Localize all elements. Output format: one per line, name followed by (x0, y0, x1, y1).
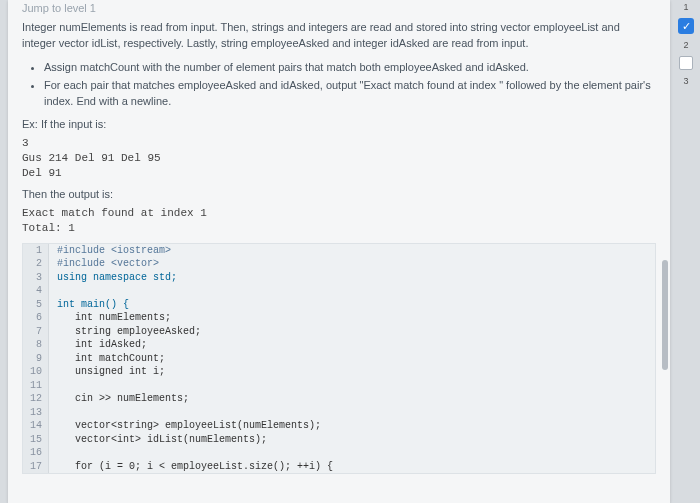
code-line[interactable]: 16 (23, 446, 655, 460)
code-text: cin >> numElements; (49, 392, 189, 406)
line-number: 12 (23, 392, 49, 406)
list-item: Assign matchCount with the number of ele… (44, 60, 656, 76)
code-text: vector<int> idList(numElements); (49, 433, 267, 447)
check-icon[interactable]: ✓ (678, 18, 694, 34)
line-number: 4 (23, 284, 49, 298)
line-number: 14 (23, 419, 49, 433)
empty-checkbox-icon[interactable] (679, 56, 693, 70)
example-input: 3 Gus 214 Del 91 Del 95 Del 91 (22, 136, 656, 182)
code-line[interactable]: 15 vector<int> idList(numElements); (23, 433, 655, 447)
example-output: Exact match found at index 1 Total: 1 (22, 206, 656, 237)
code-line[interactable]: 10 unsigned int i; (23, 365, 655, 379)
code-line[interactable]: 1#include <iostream> (23, 244, 655, 258)
problem-page: Jump to level 1 Integer numElements is r… (8, 0, 670, 503)
line-number: 11 (23, 379, 49, 393)
problem-intro: Integer numElements is read from input. … (22, 20, 656, 52)
code-line[interactable]: 7 string employeeAsked; (23, 325, 655, 339)
code-text: int idAsked; (49, 338, 147, 352)
line-number: 7 (23, 325, 49, 339)
code-text: #include <vector> (49, 257, 159, 271)
code-line[interactable]: 5int main() { (23, 298, 655, 312)
code-line[interactable]: 14 vector<string> employeeList(numElemen… (23, 419, 655, 433)
line-number: 3 (23, 271, 49, 285)
code-line[interactable]: 17 for (i = 0; i < employeeList.size(); … (23, 460, 655, 474)
jump-to-level[interactable]: Jump to level 1 (22, 2, 656, 14)
line-number: 16 (23, 446, 49, 460)
code-line[interactable]: 8 int idAsked; (23, 338, 655, 352)
then-label: Then the output is: (22, 188, 656, 200)
list-item: For each pair that matches employeeAsked… (44, 78, 656, 110)
code-text: vector<string> employeeList(numElements)… (49, 419, 321, 433)
requirements-list: Assign matchCount with the number of ele… (22, 60, 656, 110)
code-text: int main() { (49, 298, 129, 312)
side-icon-column: 1 ✓ 2 3 (676, 2, 696, 86)
code-text: for (i = 0; i < employeeList.size(); ++i… (49, 460, 333, 474)
line-number: 8 (23, 338, 49, 352)
code-text: string employeeAsked; (49, 325, 201, 339)
code-line[interactable]: 12 cin >> numElements; (23, 392, 655, 406)
line-number: 2 (23, 257, 49, 271)
line-number: 15 (23, 433, 49, 447)
code-editor[interactable]: 1#include <iostream>2#include <vector>3u… (22, 243, 656, 475)
line-number: 5 (23, 298, 49, 312)
code-text (49, 406, 57, 420)
code-line[interactable]: 2#include <vector> (23, 257, 655, 271)
code-text: int matchCount; (49, 352, 165, 366)
code-text: #include <iostream> (49, 244, 171, 258)
side-number-1: 1 (683, 2, 688, 12)
code-text (49, 284, 57, 298)
example-label: Ex: If the input is: (22, 118, 656, 130)
side-number-2: 2 (683, 40, 688, 50)
line-number: 9 (23, 352, 49, 366)
side-number-3: 3 (683, 76, 688, 86)
line-number: 13 (23, 406, 49, 420)
code-line[interactable]: 6 int numElements; (23, 311, 655, 325)
vertical-scrollbar[interactable] (662, 260, 668, 370)
line-number: 6 (23, 311, 49, 325)
code-line[interactable]: 3using namespace std; (23, 271, 655, 285)
line-number: 17 (23, 460, 49, 474)
code-text: using namespace std; (49, 271, 177, 285)
line-number: 1 (23, 244, 49, 258)
code-line[interactable]: 11 (23, 379, 655, 393)
code-text (49, 446, 57, 460)
code-text (49, 379, 57, 393)
code-text: int numElements; (49, 311, 171, 325)
code-text: unsigned int i; (49, 365, 165, 379)
code-line[interactable]: 13 (23, 406, 655, 420)
code-line[interactable]: 9 int matchCount; (23, 352, 655, 366)
code-line[interactable]: 4 (23, 284, 655, 298)
line-number: 10 (23, 365, 49, 379)
